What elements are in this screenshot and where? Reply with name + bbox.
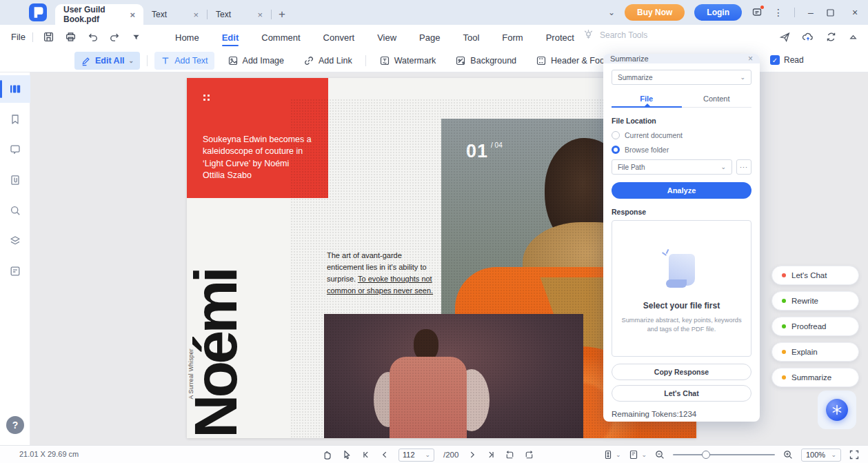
ai-proofread-button[interactable]: Proofread bbox=[771, 317, 859, 336]
chevron-down-icon[interactable]: ⌄ bbox=[641, 451, 647, 458]
lets-chat-button[interactable]: Let's Chat bbox=[612, 385, 751, 402]
read-checkbox-checked[interactable]: ✓ bbox=[770, 55, 780, 65]
slider-thumb[interactable] bbox=[702, 451, 710, 459]
ai-rewrite-button[interactable]: Rewrite bbox=[771, 291, 859, 311]
minimize-button[interactable]: – bbox=[805, 7, 817, 18]
tab-text-2[interactable]: Text × bbox=[208, 4, 271, 25]
ai-summarize-button[interactable]: Summarize bbox=[771, 368, 859, 387]
select-tool-icon[interactable] bbox=[341, 449, 352, 460]
chevron-down-icon[interactable]: ⌄ bbox=[616, 451, 621, 458]
panel-close-icon[interactable]: × bbox=[748, 54, 753, 63]
last-page-icon[interactable] bbox=[486, 450, 496, 460]
redo-icon[interactable] bbox=[109, 31, 121, 43]
tab-close-icon[interactable]: × bbox=[130, 10, 135, 20]
help-button[interactable]: ? bbox=[6, 416, 24, 434]
first-page-icon[interactable] bbox=[361, 450, 371, 460]
zoom-slider[interactable] bbox=[673, 451, 775, 459]
menu-edit[interactable]: Edit bbox=[221, 26, 241, 49]
sidebar-thumbnails[interactable] bbox=[0, 75, 30, 103]
sidebar-attachments[interactable] bbox=[0, 166, 30, 194]
sync-icon[interactable] bbox=[825, 31, 837, 43]
body-text: The art of avant-garde enticement lies i… bbox=[327, 250, 436, 297]
sidebar-summary[interactable] bbox=[0, 257, 30, 285]
add-image-button[interactable]: Add Image bbox=[221, 52, 290, 70]
browse-files-button[interactable]: ··· bbox=[736, 159, 751, 175]
status-bar: 21.01 X 29.69 cm ⌄ /200 ⌄ ⌄ 100% ⌄ bbox=[0, 445, 868, 463]
buy-now-button[interactable]: Buy Now bbox=[625, 4, 685, 21]
quick-tools-dropdown-icon[interactable] bbox=[131, 32, 141, 42]
watermark-button[interactable]: Watermark bbox=[373, 52, 443, 70]
radio-current-document[interactable]: Current document bbox=[612, 131, 751, 139]
tab-close-icon[interactable]: × bbox=[193, 10, 199, 20]
collapse-toolbar-icon[interactable] bbox=[848, 32, 858, 42]
menu-protect[interactable]: Protect bbox=[545, 26, 576, 49]
page-number-value[interactable] bbox=[403, 451, 422, 459]
ai-explain-button[interactable]: Explain bbox=[771, 342, 859, 362]
edit-all-button[interactable]: Edit All ⌄ bbox=[74, 52, 140, 70]
undo-icon[interactable] bbox=[87, 31, 99, 43]
zoom-in-icon[interactable] bbox=[783, 449, 794, 460]
sidebar-layers[interactable] bbox=[0, 227, 30, 255]
zoom-out-icon[interactable] bbox=[654, 449, 665, 460]
summarize-panel-header[interactable]: Summarize × bbox=[603, 54, 760, 63]
file-path-select[interactable]: File Path ⌄ bbox=[612, 159, 732, 175]
header-footer-button[interactable]: Header & Foo bbox=[529, 52, 611, 70]
fullscreen-icon[interactable] bbox=[849, 449, 860, 460]
menu-comment[interactable]: Comment bbox=[260, 26, 301, 49]
tab-text-1[interactable]: Text × bbox=[143, 4, 207, 25]
add-link-button[interactable]: Add Link bbox=[297, 52, 359, 70]
maximize-button[interactable] bbox=[827, 9, 839, 17]
chevron-down-icon: ⌄ bbox=[425, 451, 430, 458]
more-menu-icon[interactable]: ⋮ bbox=[772, 7, 785, 18]
new-tab-button[interactable]: + bbox=[279, 8, 285, 21]
share-icon[interactable] bbox=[779, 31, 791, 43]
slider-track bbox=[673, 454, 775, 455]
status-dot bbox=[782, 375, 786, 380]
hand-tool-icon[interactable] bbox=[321, 449, 332, 460]
feedback-button[interactable] bbox=[751, 7, 763, 18]
fit-page-control[interactable]: ⌄ bbox=[603, 449, 621, 460]
panel-tabs: File Content bbox=[612, 91, 751, 108]
menu-file[interactable]: File bbox=[11, 32, 26, 42]
save-icon[interactable] bbox=[43, 31, 54, 43]
menu-view[interactable]: View bbox=[376, 26, 398, 49]
previous-view-icon[interactable] bbox=[505, 450, 515, 460]
analyze-button[interactable]: Analyze bbox=[612, 182, 751, 199]
menu-form[interactable]: Form bbox=[501, 26, 524, 49]
close-window-button[interactable]: × bbox=[849, 7, 861, 18]
menu-convert[interactable]: Convert bbox=[322, 26, 356, 49]
next-view-icon[interactable] bbox=[524, 450, 534, 460]
read-mode-toggle[interactable]: ✓ Read bbox=[770, 55, 804, 65]
sidebar-comments[interactable] bbox=[0, 136, 30, 164]
next-page-icon[interactable] bbox=[467, 450, 477, 460]
menu-home[interactable]: Home bbox=[174, 26, 201, 49]
sidebar-bookmarks[interactable] bbox=[0, 106, 30, 133]
cloud-upload-icon[interactable] bbox=[802, 31, 814, 43]
menu-tool[interactable]: Tool bbox=[461, 26, 481, 49]
radio-browse-folder[interactable]: Browse folder bbox=[612, 146, 751, 154]
tab-content[interactable]: Content bbox=[682, 91, 752, 107]
active-tab-caret bbox=[645, 104, 650, 106]
radio-icon-off[interactable] bbox=[612, 131, 620, 139]
tool-select[interactable]: Summarize ⌄ bbox=[612, 70, 751, 85]
sidebar-search[interactable] bbox=[0, 197, 30, 224]
ai-lets-chat-button[interactable]: Let's Chat bbox=[771, 266, 859, 285]
radio-icon-on[interactable] bbox=[612, 146, 620, 154]
add-text-button[interactable]: Add Text bbox=[154, 52, 214, 70]
menu-page[interactable]: Page bbox=[418, 26, 441, 49]
background-button[interactable]: Background bbox=[449, 52, 523, 70]
print-icon[interactable] bbox=[65, 31, 77, 43]
search-tools-input[interactable] bbox=[600, 30, 703, 40]
previous-page-icon[interactable] bbox=[380, 450, 390, 460]
ai-robot-button[interactable] bbox=[826, 399, 848, 421]
app-logo-icon[interactable] bbox=[29, 3, 47, 21]
copy-response-button[interactable]: Copy Response bbox=[612, 364, 751, 380]
collapse-tabs-icon[interactable]: ⌄ bbox=[608, 8, 615, 17]
tab-close-icon[interactable]: × bbox=[257, 10, 263, 20]
page-number-input[interactable]: ⌄ bbox=[398, 449, 434, 462]
login-button[interactable]: Login bbox=[694, 4, 742, 21]
tab-user-guild-book[interactable]: User Guild Book.pdf × bbox=[55, 4, 143, 25]
page-layout-control[interactable]: ⌄ bbox=[628, 449, 647, 460]
zoom-level-select[interactable]: 100% ⌄ bbox=[801, 449, 841, 462]
status-dot bbox=[782, 324, 786, 328]
